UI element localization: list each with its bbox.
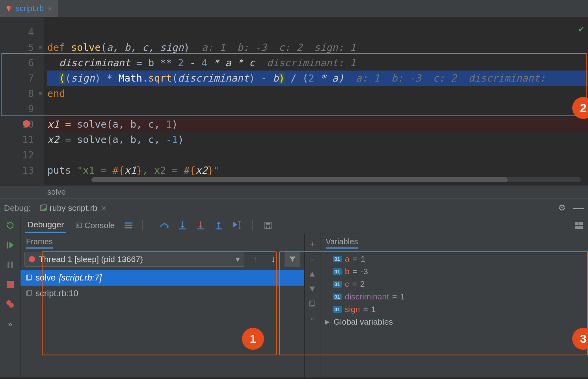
breadcrumb[interactable]: solve (0, 185, 588, 199)
debug-tabs: Debugger Console (20, 217, 588, 234)
stop-icon[interactable] (5, 279, 16, 290)
editor-tab-bar: script.rb × (0, 0, 588, 17)
separator (142, 220, 143, 230)
step-out-icon[interactable] (214, 220, 224, 230)
svg-rect-3 (7, 242, 8, 249)
code-line[interactable] (47, 101, 588, 117)
type-chip-icon: 01 (333, 268, 342, 275)
more-icon[interactable]: » (308, 314, 317, 323)
code-line[interactable]: puts "x1 = #{x1}, x2 = #{x2}" (47, 163, 588, 178)
variable-row[interactable]: 01b=-3 (322, 265, 587, 278)
variable-row[interactable]: 01c=2 (322, 278, 587, 290)
minimize-icon[interactable]: — (573, 202, 584, 214)
run-config-icon (40, 204, 47, 212)
run-to-cursor-icon[interactable] (232, 220, 242, 230)
svg-point-25 (266, 227, 267, 228)
more-icon[interactable]: » (5, 318, 16, 329)
type-chip-icon: 01 (333, 281, 342, 288)
variable-row[interactable]: 01a=1 (322, 253, 587, 265)
variable-row[interactable]: 01discriminant=1 (322, 290, 587, 303)
remove-watch-icon: － (308, 255, 317, 263)
pause-icon (5, 259, 16, 270)
horizontal-scrollbar[interactable] (91, 177, 581, 182)
ruby-icon (6, 5, 13, 12)
resume-icon[interactable] (5, 240, 16, 251)
debug-toolwindow-header: Debug: ruby script.rb × ⚙ — (0, 199, 588, 217)
threads-icon[interactable] (124, 222, 133, 229)
fold-end-icon[interactable]: ⊟ (38, 86, 42, 90)
frame-icon (26, 290, 32, 297)
debug-side-toolbar: » (0, 217, 20, 377)
annotation-badge-1: 1 (242, 328, 264, 350)
code-line[interactable]: x2 = solve(a, b, c, -1) (47, 132, 588, 147)
svg-point-26 (269, 227, 270, 228)
frames-header: Frames (20, 234, 304, 249)
layout-settings-icon[interactable] (575, 221, 583, 229)
close-icon[interactable]: × (47, 6, 52, 12)
move-down-icon: ▼ (308, 284, 317, 293)
file-tab-name: script.rb (16, 4, 44, 13)
code-line[interactable] (47, 24, 588, 40)
editor-gutter[interactable]: 4 5 6 7 8 9 10 11 12 13 ⊟ ⊟ (0, 17, 44, 185)
separator (252, 220, 253, 230)
svg-point-2 (44, 208, 47, 211)
chevron-down-icon: ▾ (236, 255, 240, 264)
line-number: 4 (0, 24, 34, 40)
move-up-icon: ▲ (308, 269, 317, 278)
frame-item[interactable]: solve [script.rb:7] (20, 270, 304, 286)
type-chip-icon: 01 (333, 306, 342, 313)
frame-icon (26, 275, 32, 281)
debug-toolwindow: » Debugger Console (0, 217, 588, 377)
svg-rect-31 (28, 275, 32, 279)
tab-console[interactable]: Console (73, 218, 117, 232)
rerun-icon[interactable] (5, 220, 16, 231)
step-into-icon[interactable] (177, 220, 188, 230)
svg-rect-28 (579, 222, 583, 225)
tab-debugger[interactable]: Debugger (25, 217, 66, 233)
type-chip-icon: 01 (333, 256, 342, 262)
line-number: 6 (0, 55, 34, 71)
code-line[interactable]: end (47, 86, 588, 101)
code-line[interactable]: discriminant = b ** 2 - 4 * a * c discri… (47, 55, 588, 71)
frames-panel: Frames Thread 1 [sleep] (pid 13667) ▾ ↑ … (20, 234, 305, 377)
filter-icon[interactable] (285, 252, 300, 267)
svg-rect-5 (11, 262, 13, 268)
chevron-right-icon: ▶ (325, 318, 330, 325)
line-number-breakpoint[interactable]: 10 (0, 117, 34, 132)
svg-rect-27 (575, 222, 579, 225)
next-frame-icon[interactable]: ↓ (266, 252, 281, 267)
file-tab[interactable]: script.rb × (0, 0, 58, 17)
debug-config-tab[interactable]: ruby script.rb × (40, 203, 106, 213)
code-line[interactable]: def solve(a, b, c, sign) a: 1 b: -3 c: 2… (47, 40, 588, 55)
line-number: 9 (0, 101, 34, 117)
code-line-current[interactable]: ((sign) * Math.sqrt(discriminant) - b) /… (47, 71, 588, 86)
debug-main: Debugger Console Frame (20, 217, 588, 377)
code-editor[interactable]: 4 5 6 7 8 9 10 11 12 13 ⊟ ⊟ ✔ def solve(… (0, 17, 588, 185)
svg-rect-33 (28, 290, 32, 295)
gear-icon[interactable]: ⚙ (558, 203, 566, 213)
svg-rect-4 (7, 262, 9, 268)
evaluate-expression-icon[interactable] (263, 220, 273, 230)
variable-list: 01a=1 01b=-3 01c=2 01discriminant=1 01si… (320, 249, 588, 331)
view-breakpoints-icon[interactable] (5, 299, 16, 310)
svg-point-23 (266, 226, 267, 227)
global-variables-row[interactable]: ▶Global variables (322, 316, 587, 328)
thread-selector[interactable]: Thread 1 [sleep] (pid 13667) ▾ (24, 252, 244, 267)
frame-list: solve [script.rb:7] script.rb:10 (20, 270, 304, 301)
line-number: 11 (0, 132, 34, 147)
variable-row[interactable]: 01sign=1 (322, 303, 587, 316)
line-number: 5 (0, 40, 34, 55)
copy-icon[interactable] (308, 299, 317, 308)
fold-start-icon[interactable]: ⊟ (38, 40, 42, 44)
step-over-icon[interactable] (159, 220, 169, 230)
code-line[interactable] (47, 147, 588, 163)
svg-point-7 (9, 303, 14, 308)
close-icon[interactable]: × (101, 203, 106, 213)
frame-item[interactable]: script.rb:10 (20, 286, 304, 301)
variables-header: Variables (320, 234, 588, 249)
code-line-breakpoint[interactable]: x1 = solve(a, b, c, 1) (47, 117, 588, 132)
add-watch-icon[interactable]: ＋ (308, 240, 317, 248)
line-number: 13 (0, 163, 34, 178)
code-area[interactable]: ✔ def solve(a, b, c, sign) a: 1 b: -3 c:… (44, 17, 588, 185)
force-step-into-icon[interactable] (195, 220, 206, 230)
